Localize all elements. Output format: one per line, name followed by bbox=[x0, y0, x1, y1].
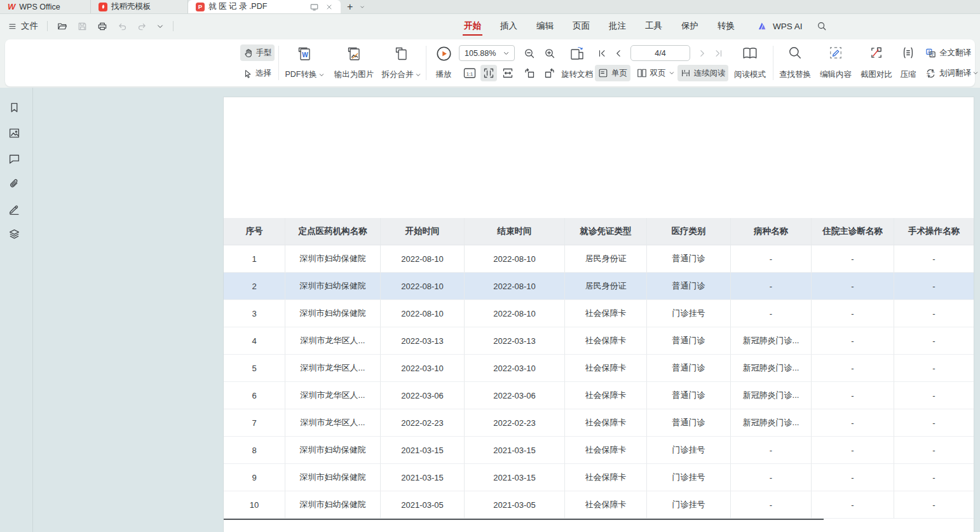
cell: 5 bbox=[224, 355, 285, 382]
menu-tab-0[interactable]: 开始 bbox=[463, 15, 482, 37]
column-header: 序号 bbox=[224, 218, 285, 245]
single-page-button[interactable]: 单页 bbox=[595, 65, 630, 81]
export-image-button[interactable]: 输出为图片 bbox=[327, 44, 381, 82]
table-row: 10深圳市妇幼保健院2021-03-052021-03-05社会保障卡门诊挂号-… bbox=[224, 491, 974, 519]
cell: 社会保障卡 bbox=[565, 355, 647, 382]
tab-list-chevron-icon[interactable] bbox=[359, 4, 365, 10]
tab-template-store[interactable]: 找稻壳模板 bbox=[91, 0, 188, 13]
split-merge-button[interactable]: 拆分合并 bbox=[376, 44, 426, 82]
page-number-input[interactable] bbox=[630, 45, 690, 61]
first-page-button[interactable] bbox=[595, 46, 609, 61]
redo-button[interactable] bbox=[137, 22, 147, 31]
rotate-left-icon bbox=[524, 67, 535, 79]
file-menu-button[interactable]: 文件 bbox=[8, 20, 38, 32]
cell: 深圳市妇幼保健院 bbox=[285, 464, 381, 491]
monitor-icon[interactable] bbox=[310, 3, 319, 11]
zoom-level-dropdown[interactable]: 105.88% bbox=[459, 45, 515, 61]
pdf-convert-label: PDF转换 bbox=[285, 69, 324, 80]
save-button[interactable] bbox=[77, 21, 88, 32]
quickbar-chevron-icon[interactable] bbox=[156, 24, 164, 29]
double-page-button[interactable]: 双页 bbox=[634, 65, 676, 81]
cell: 3 bbox=[224, 300, 285, 327]
play-button[interactable]: 播放 bbox=[427, 44, 460, 82]
menu-tab-7[interactable]: 转换 bbox=[716, 15, 736, 37]
continuous-read-button[interactable]: 连续阅读 bbox=[677, 65, 728, 81]
cell: 2022-03-10 bbox=[381, 355, 465, 382]
select-tool-button[interactable]: 选择 bbox=[240, 65, 275, 81]
find-replace-button[interactable]: 查找替换 bbox=[775, 44, 815, 82]
cell: 2021-03-05 bbox=[381, 491, 465, 519]
cell: 2021-03-15 bbox=[465, 437, 565, 464]
cell: 深圳市妇幼保健院 bbox=[285, 491, 381, 519]
zoom-in-button[interactable] bbox=[541, 46, 558, 61]
word-translate-button[interactable]: 文 A 划词翻译 bbox=[925, 65, 980, 81]
edit-content-icon bbox=[829, 46, 843, 60]
compress-button[interactable]: 压缩 bbox=[894, 44, 923, 82]
pdf-page[interactable]: 序号定点医药机构名称开始时间结束时间就诊凭证类型医疗类别病种名称住院主诊断名称手… bbox=[224, 97, 974, 532]
menu-search-icon[interactable] bbox=[817, 21, 827, 31]
edit-content-button[interactable]: 编辑内容 bbox=[816, 44, 855, 82]
cell: 新冠肺炎门诊... bbox=[731, 409, 812, 437]
paperclip-icon[interactable] bbox=[8, 178, 20, 190]
fit-page-button[interactable] bbox=[480, 65, 497, 81]
bookmark-icon[interactable] bbox=[8, 102, 20, 114]
actual-size-button[interactable]: 1:1 bbox=[461, 65, 478, 81]
rotate-left-button[interactable] bbox=[521, 65, 538, 81]
cell: 8 bbox=[224, 437, 285, 464]
menu-tab-1[interactable]: 插入 bbox=[499, 15, 519, 37]
screenshot-compare-label: 截图对比 bbox=[861, 69, 892, 80]
cell: 2021-03-05 bbox=[465, 491, 565, 519]
cell: 4 bbox=[224, 327, 285, 355]
signature-pen-icon[interactable] bbox=[8, 203, 20, 215]
menu-tab-6[interactable]: 保护 bbox=[680, 15, 700, 37]
undo-button[interactable] bbox=[117, 22, 128, 31]
rotate-document-button[interactable]: 旋转文档 bbox=[557, 44, 597, 82]
next-page-button[interactable] bbox=[695, 46, 709, 61]
cell: 2022-03-13 bbox=[465, 327, 565, 355]
menu-tab-2[interactable]: 编辑 bbox=[535, 15, 555, 37]
cell: 10 bbox=[224, 491, 285, 519]
full-translate-button[interactable]: A 文 全文翻译 bbox=[925, 44, 980, 61]
hand-tool-label: 手型 bbox=[256, 48, 272, 58]
cell: 门诊挂号 bbox=[647, 300, 731, 327]
last-page-button[interactable] bbox=[712, 46, 726, 61]
tab-wps-office[interactable]: W WPS Office bbox=[0, 0, 91, 13]
close-icon[interactable] bbox=[325, 3, 333, 11]
cell: 2 bbox=[224, 273, 285, 300]
cell: 社会保障卡 bbox=[565, 382, 647, 409]
cell: 社会保障卡 bbox=[565, 437, 647, 464]
menu-tab-4[interactable]: 批注 bbox=[608, 15, 627, 37]
word-translate-label: 划词翻译 bbox=[939, 68, 978, 79]
cell: 普通门诊 bbox=[647, 382, 731, 409]
menu-tab-5[interactable]: 工具 bbox=[644, 15, 664, 37]
full-translate-label: 全文翻译 bbox=[939, 48, 971, 58]
read-mode-button[interactable]: 阅读模式 bbox=[731, 44, 769, 82]
menu-tab-3[interactable]: 页面 bbox=[571, 15, 591, 37]
tab-document[interactable]: P 就 医 记 录 .PDF bbox=[188, 0, 341, 13]
image-icon[interactable] bbox=[8, 127, 20, 139]
cell: - bbox=[812, 245, 894, 273]
layers-icon[interactable] bbox=[8, 228, 20, 240]
rotate-document-label: 旋转文档 bbox=[561, 69, 593, 80]
read-mode-label: 阅读模式 bbox=[734, 69, 766, 80]
double-page-icon bbox=[637, 68, 647, 78]
word-translate-icon: 文 A bbox=[925, 68, 936, 79]
table-row: 1深圳市妇幼保健院2022-08-102022-08-10居民身份证普通门诊--… bbox=[224, 245, 974, 273]
new-tab-plus-icon[interactable]: + bbox=[347, 2, 353, 12]
screenshot-compare-button[interactable]: 截图对比 bbox=[857, 44, 896, 82]
zoom-out-button[interactable] bbox=[521, 46, 538, 61]
wps-ai-button[interactable]: WPS AI bbox=[773, 22, 803, 31]
select-tool-label: 选择 bbox=[255, 68, 271, 79]
cell: - bbox=[894, 409, 974, 437]
comment-icon[interactable] bbox=[8, 153, 20, 165]
rotate-right-button[interactable] bbox=[541, 65, 558, 81]
open-file-button[interactable] bbox=[57, 21, 68, 32]
previous-page-button[interactable] bbox=[611, 46, 625, 61]
cell: - bbox=[894, 491, 974, 519]
cell: - bbox=[894, 273, 974, 300]
chevron-down-icon bbox=[973, 71, 978, 75]
hand-tool-button[interactable]: 手型 bbox=[240, 44, 275, 61]
fit-width-button[interactable] bbox=[500, 65, 516, 81]
print-button[interactable] bbox=[97, 21, 108, 32]
pdf-convert-button[interactable]: W PDF转换 bbox=[280, 44, 329, 82]
